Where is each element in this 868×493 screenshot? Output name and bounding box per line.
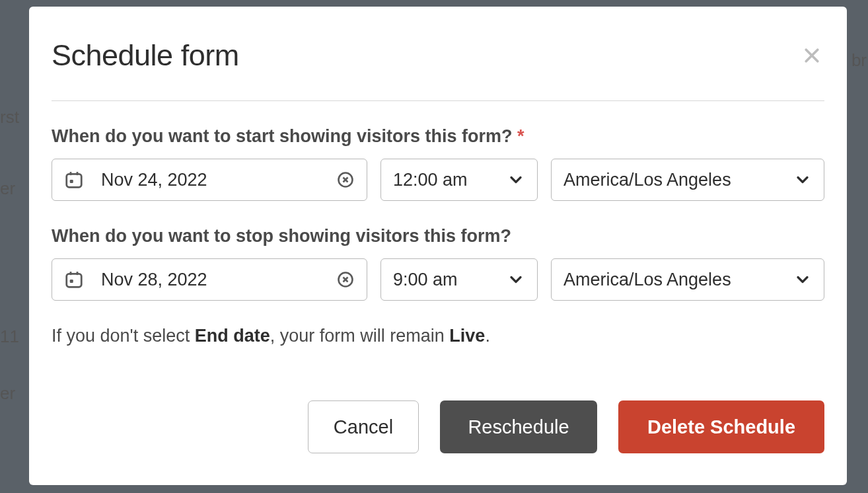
chevron-down-icon	[507, 270, 525, 289]
svg-rect-12	[70, 280, 73, 283]
start-field-group: When do you want to start showing visito…	[52, 126, 824, 201]
modal-header: Schedule form	[52, 38, 824, 101]
end-date-input[interactable]: Nov 28, 2022	[52, 258, 367, 301]
start-date-value: Nov 24, 2022	[101, 170, 336, 190]
calendar-icon	[64, 170, 84, 190]
end-timezone-select[interactable]: America/Los Angeles	[551, 258, 824, 301]
start-timezone-value: America/Los Angeles	[563, 170, 793, 190]
cancel-button[interactable]: Cancel	[308, 400, 419, 453]
helper-bold-live: Live	[449, 326, 485, 346]
clear-end-date-button[interactable]	[336, 270, 355, 289]
close-icon	[802, 46, 822, 65]
end-label-text: When do you want to stop showing visitor…	[52, 226, 511, 246]
start-label: When do you want to start showing visito…	[52, 126, 824, 147]
chevron-down-icon	[507, 171, 525, 189]
end-date-value: Nov 28, 2022	[101, 270, 336, 290]
end-label: When do you want to stop showing visitor…	[52, 226, 824, 246]
chevron-down-icon	[793, 171, 812, 189]
modal-title: Schedule form	[52, 38, 239, 73]
start-time-select[interactable]: 12:00 am	[380, 159, 538, 201]
required-indicator: *	[517, 126, 524, 146]
end-field-row: Nov 28, 2022 9:00 am America/Los Angeles	[52, 258, 824, 301]
svg-rect-5	[70, 180, 73, 183]
start-timezone-select[interactable]: America/Los Angeles	[551, 159, 824, 201]
helper-suffix: .	[485, 326, 490, 346]
end-field-group: When do you want to stop showing visitor…	[52, 226, 824, 301]
start-time-value: 12:00 am	[393, 170, 507, 190]
schedule-form-modal: Schedule form When do you want to start …	[29, 7, 847, 485]
close-button[interactable]	[799, 43, 824, 68]
start-label-text: When do you want to start showing visito…	[52, 126, 513, 146]
end-timezone-value: America/Los Angeles	[563, 270, 793, 290]
delete-schedule-button[interactable]: Delete Schedule	[618, 400, 824, 453]
helper-bold-enddate: End date	[195, 326, 270, 346]
end-time-value: 9:00 am	[393, 270, 507, 290]
svg-rect-2	[67, 174, 82, 187]
calendar-icon	[64, 270, 84, 289]
chevron-down-icon	[793, 270, 812, 289]
clear-start-date-button[interactable]	[336, 171, 355, 189]
helper-middle: , your form will remain	[270, 326, 450, 346]
end-time-select[interactable]: 9:00 am	[380, 258, 538, 301]
modal-footer: Cancel Reschedule Delete Schedule	[52, 400, 824, 453]
helper-prefix: If you don't select	[52, 326, 195, 346]
reschedule-button[interactable]: Reschedule	[440, 400, 597, 453]
helper-text: If you don't select End date, your form …	[52, 326, 824, 346]
start-field-row: Nov 24, 2022 12:00 am America/Los Angele…	[52, 159, 824, 201]
svg-rect-9	[67, 274, 82, 287]
start-date-input[interactable]: Nov 24, 2022	[52, 159, 367, 201]
